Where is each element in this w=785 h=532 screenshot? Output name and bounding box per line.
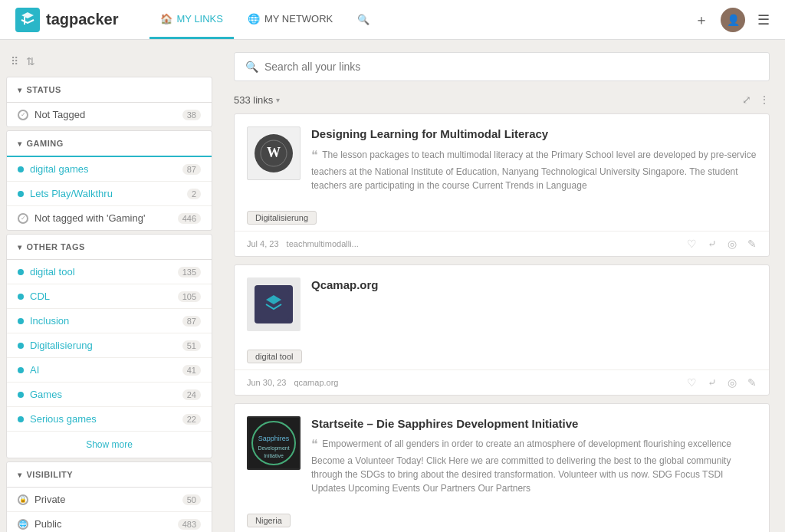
sidebar-item-digitalisierung[interactable]: Digitalisierung 51 bbox=[7, 333, 212, 358]
network-icon: 🌐 bbox=[248, 13, 260, 25]
globe-button[interactable]: ◎ bbox=[728, 238, 737, 250]
page-wrapper: ⠿ ⇅ ▾ STATUS ✓ Not Tagged 38 ▾ GAMING bbox=[0, 0, 785, 532]
share-button[interactable]: ⤶ bbox=[708, 238, 717, 250]
show-more-button[interactable]: Show more bbox=[7, 432, 212, 458]
search-icon: 🔍 bbox=[357, 14, 370, 25]
sidebar-status-header[interactable]: ▾ STATUS bbox=[7, 77, 212, 103]
card-designing-learning: W Designing Learning for Multimodal Lite… bbox=[234, 113, 770, 257]
card-tag[interactable]: Digitalisierung bbox=[247, 211, 317, 225]
main-nav: 🏠 MY LINKS 🌐 MY NETWORK 🔍 bbox=[149, 1, 381, 39]
drag-icon[interactable]: ⠿ bbox=[11, 55, 18, 67]
dot-icon bbox=[18, 367, 24, 373]
sidebar-item-digital-games[interactable]: digital games 87 bbox=[7, 157, 212, 182]
like-button[interactable]: ♡ bbox=[687, 376, 697, 389]
chevron-down-icon: ▾ bbox=[18, 243, 22, 251]
search-icon: 🔍 bbox=[245, 61, 258, 73]
avatar[interactable]: 👤 bbox=[721, 8, 745, 32]
card-title[interactable]: Designing Learning for Multimodal Litera… bbox=[311, 126, 757, 142]
lock-icon: 🔒 bbox=[18, 494, 28, 505]
card-tags: Nigeria bbox=[235, 507, 769, 532]
search-input[interactable] bbox=[264, 61, 758, 73]
dot-icon bbox=[18, 343, 24, 349]
edit-button[interactable]: ✎ bbox=[747, 238, 757, 250]
links-toolbar: 533 links ▾ ⤢ ⋮ bbox=[234, 94, 770, 106]
sort-icon[interactable]: ⇅ bbox=[26, 55, 35, 67]
dot-icon bbox=[18, 166, 24, 172]
nav-search[interactable]: 🔍 bbox=[347, 2, 380, 38]
dot-icon bbox=[18, 416, 24, 422]
sidebar-visibility-section: ▾ VISIBILITY 🔒 Private 50 🌐 Public 483 bbox=[6, 461, 212, 532]
main-content: 🔍 533 links ▾ ⤢ ⋮ W bbox=[218, 40, 785, 532]
logo[interactable]: tagpacker bbox=[15, 8, 119, 32]
svg-text:Development: Development bbox=[258, 445, 289, 452]
card-tag[interactable]: digital tool bbox=[247, 350, 302, 363]
card-excerpt: ❝ The lesson packages to teach multimoda… bbox=[311, 146, 757, 192]
globe-icon: 🌐 bbox=[18, 519, 28, 530]
card-footer-actions: ♡ ⤶ ◎ ✎ bbox=[687, 238, 757, 250]
card-title[interactable]: Startseite – Die Sapphires Development I… bbox=[311, 416, 757, 432]
card-footer: Jun 30, 23 qcamap.org ♡ ⤶ ◎ ✎ bbox=[235, 369, 769, 395]
sidebar-item-cdl[interactable]: CDL 105 bbox=[7, 284, 212, 309]
sidebar-item-games[interactable]: Games 24 bbox=[7, 383, 212, 407]
dot-icon bbox=[18, 392, 24, 398]
sidebar-item-digital-tool[interactable]: digital tool 135 bbox=[7, 260, 212, 284]
globe-button[interactable]: ◎ bbox=[728, 376, 737, 389]
wordpress-logo: W bbox=[255, 134, 293, 172]
card-excerpt: ❝ Empowerment of all genders in order to… bbox=[311, 435, 757, 495]
sidebar-item-public[interactable]: 🌐 Public 483 bbox=[7, 512, 212, 532]
dot-icon bbox=[18, 269, 24, 275]
card-date: Jun 30, 23 bbox=[247, 378, 286, 387]
svg-rect-0 bbox=[15, 8, 40, 32]
sidebar: ⠿ ⇅ ▾ STATUS ✓ Not Tagged 38 ▾ GAMING bbox=[0, 40, 218, 532]
card-thumbnail: Sapphires Development Initiative bbox=[247, 416, 301, 470]
check-circle-icon: ✓ bbox=[18, 110, 28, 120]
nav-my-links[interactable]: 🏠 MY LINKS bbox=[149, 1, 234, 39]
card-sapphires: Sapphires Development Initiative Startse… bbox=[234, 403, 770, 533]
logo-icon bbox=[15, 8, 40, 32]
dot-icon bbox=[18, 294, 24, 300]
card-qcamap: Qcamap.org digital tool Jun 30, 23 qcama… bbox=[234, 264, 770, 396]
nav-my-network[interactable]: 🌐 MY NETWORK bbox=[237, 1, 343, 39]
sidebar-item-private[interactable]: 🔒 Private 50 bbox=[7, 488, 212, 512]
tc-logo bbox=[255, 285, 293, 323]
sidebar-item-inclusion[interactable]: Inclusion 87 bbox=[7, 309, 212, 333]
sidebar-item-not-tagged[interactable]: ✓ Not Tagged 38 bbox=[7, 103, 212, 126]
add-button[interactable]: ＋ bbox=[695, 11, 708, 29]
svg-text:Initiative: Initiative bbox=[264, 453, 284, 458]
sidebar-item-lets-play[interactable]: Lets Play/Walkthru 2 bbox=[7, 182, 212, 206]
logo-text: tagpacker bbox=[46, 11, 119, 28]
sidebar-gaming-header[interactable]: ▾ GAMING bbox=[7, 131, 212, 157]
card-tag[interactable]: Nigeria bbox=[247, 514, 291, 527]
more-options-button[interactable]: ⋮ bbox=[759, 94, 770, 106]
card-content: Startseite – Die Sapphires Development I… bbox=[311, 416, 757, 496]
svg-text:Sapphires: Sapphires bbox=[258, 435, 290, 442]
card-title[interactable]: Qcamap.org bbox=[311, 277, 757, 293]
sidebar-toolbar: ⠿ ⇅ bbox=[0, 49, 218, 74]
like-button[interactable]: ♡ bbox=[687, 238, 697, 250]
svg-text:W: W bbox=[267, 145, 281, 160]
sidebar-other-tags-header[interactable]: ▾ OTHER TAGS bbox=[7, 235, 212, 260]
sidebar-item-serious-games[interactable]: Serious games 22 bbox=[7, 407, 212, 432]
card-footer: Jul 4, 23 teachmultimodalli... ♡ ⤶ ◎ ✎ bbox=[235, 231, 769, 256]
card-body: Qcamap.org bbox=[235, 265, 769, 343]
edit-button[interactable]: ✎ bbox=[747, 376, 757, 389]
card-body: Sapphires Development Initiative Startse… bbox=[235, 404, 769, 508]
chevron-down-icon: ▾ bbox=[276, 96, 280, 104]
header-right: ＋ 👤 ☰ bbox=[695, 8, 770, 32]
card-source: qcamap.org bbox=[294, 378, 338, 387]
sidebar-item-not-tagged-gaming[interactable]: ✓ Not tagged with 'Gaming' 446 bbox=[7, 206, 212, 230]
card-content: Designing Learning for Multimodal Litera… bbox=[311, 126, 757, 192]
chevron-down-icon: ▾ bbox=[18, 86, 22, 94]
menu-button[interactable]: ☰ bbox=[757, 11, 770, 28]
edit-links-button[interactable]: ⤢ bbox=[742, 94, 751, 106]
sidebar-item-ai[interactable]: AI 41 bbox=[7, 358, 212, 383]
svg-rect-4 bbox=[248, 418, 299, 468]
card-tags: digital tool bbox=[235, 343, 769, 369]
sidebar-other-tags-section: ▾ OTHER TAGS digital tool 135 CDL 105 In… bbox=[6, 234, 212, 458]
search-bar: 🔍 bbox=[234, 52, 770, 81]
sidebar-visibility-header[interactable]: ▾ VISIBILITY bbox=[7, 462, 212, 488]
share-button[interactable]: ⤶ bbox=[708, 376, 717, 389]
links-count[interactable]: 533 links ▾ bbox=[234, 94, 280, 106]
card-thumbnail bbox=[247, 277, 301, 331]
card-thumbnail: W bbox=[247, 126, 301, 180]
